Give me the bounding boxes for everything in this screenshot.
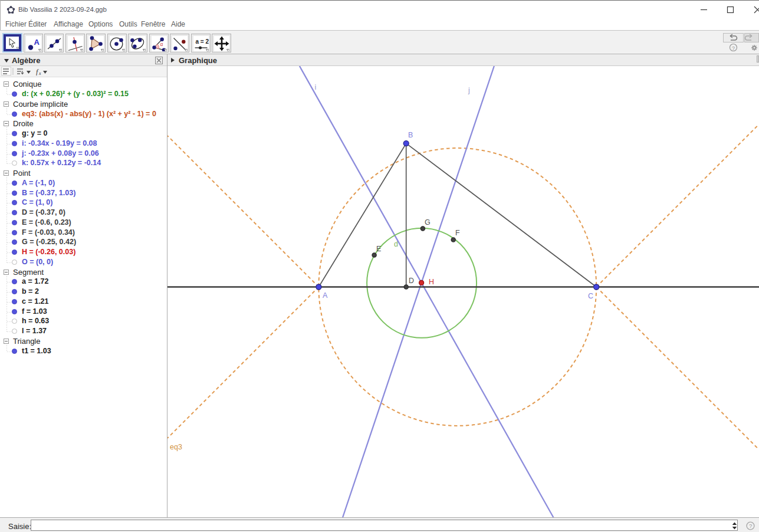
svg-text:H: H — [429, 278, 434, 286]
svg-text:D: D — [409, 277, 414, 285]
svg-text:A: A — [34, 37, 40, 46]
svg-text:x: x — [38, 71, 41, 75]
svg-text:?: ? — [749, 523, 752, 529]
svg-text:α: α — [160, 41, 163, 47]
svg-text:a = 2: a = 2 — [195, 38, 209, 45]
svg-text:i: i — [315, 83, 317, 91]
svg-text:?: ? — [732, 45, 735, 51]
svg-text:C: C — [588, 292, 593, 300]
svg-text:G: G — [425, 218, 431, 226]
svg-text:B: B — [408, 131, 413, 139]
svg-text:E: E — [376, 245, 381, 253]
svg-text:eq3: eq3 — [170, 443, 182, 451]
svg-text:j: j — [468, 86, 470, 94]
svg-text:d: d — [394, 240, 398, 248]
svg-text:F: F — [455, 229, 460, 237]
svg-text:A: A — [323, 291, 328, 300]
